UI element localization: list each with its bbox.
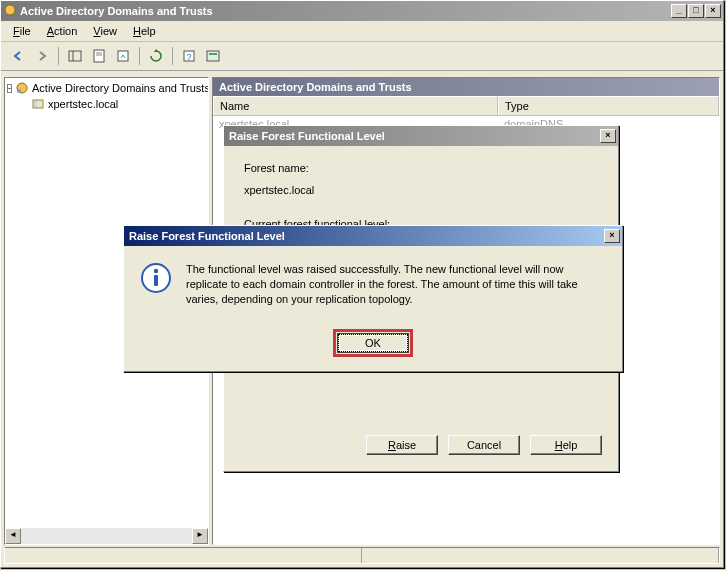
cancel-button[interactable]: Cancel (448, 435, 520, 455)
close-button[interactable]: × (705, 4, 721, 18)
app-icon (3, 3, 17, 19)
scroll-right-button[interactable]: ► (192, 528, 208, 544)
forward-button[interactable] (31, 45, 53, 67)
toolbar: ? (1, 42, 723, 71)
show-hide-tree-button[interactable] (64, 45, 86, 67)
refresh-button[interactable] (145, 45, 167, 67)
minimize-button[interactable]: _ (671, 4, 687, 18)
statusbar (4, 547, 720, 564)
svg-point-16 (154, 269, 158, 273)
menu-view[interactable]: View (85, 23, 125, 39)
separator (172, 47, 173, 65)
msgbox-titlebar: Raise Forest Functional Level × (124, 226, 622, 246)
col-name[interactable]: Name (213, 96, 498, 115)
info-icon (140, 262, 172, 294)
ok-button[interactable]: OK (338, 334, 408, 352)
status-cell (362, 548, 719, 563)
success-messagebox: Raise Forest Functional Level × The func… (123, 225, 623, 372)
back-button[interactable] (7, 45, 29, 67)
dialog1-close-button[interactable]: × (600, 129, 616, 143)
forest-name-label: Forest name: (244, 162, 598, 174)
separator (139, 47, 140, 65)
ok-highlight: OK (333, 329, 413, 357)
menu-file[interactable]: File (5, 23, 39, 39)
col-type[interactable]: Type (498, 96, 719, 115)
properties-button[interactable] (88, 45, 110, 67)
list-columns: Name Type (213, 96, 719, 116)
raise-button[interactable]: Raise (366, 435, 438, 455)
domains-icon (15, 81, 29, 95)
svg-text:?: ? (186, 52, 191, 62)
svg-rect-17 (154, 275, 158, 286)
help-button[interactable]: Help (530, 435, 602, 455)
svg-rect-3 (94, 50, 104, 62)
svg-rect-1 (69, 51, 81, 61)
svg-point-0 (5, 5, 15, 15)
horizontal-scrollbar[interactable]: ◄ ► (5, 528, 208, 544)
separator (58, 47, 59, 65)
msgbox-close-button[interactable]: × (604, 229, 620, 243)
list-header: Active Directory Domains and Trusts (213, 78, 719, 96)
tree-child[interactable]: xpertstec.local (7, 96, 206, 112)
msgbox-title: Raise Forest Functional Level (126, 230, 604, 242)
svg-rect-14 (34, 101, 37, 107)
scroll-left-button[interactable]: ◄ (5, 528, 21, 544)
forest-name-value: xpertstec.local (244, 184, 598, 196)
msgbox-text: The functional level was raised successf… (186, 262, 606, 307)
filter-button[interactable] (202, 45, 224, 67)
main-title: Active Directory Domains and Trusts (17, 5, 671, 17)
export-button[interactable] (112, 45, 134, 67)
tree-child-label: xpertstec.local (48, 98, 118, 110)
scroll-track[interactable] (21, 528, 192, 544)
menu-help[interactable]: Help (125, 23, 164, 39)
status-cell (5, 548, 362, 563)
svg-rect-9 (207, 51, 219, 61)
tree-root[interactable]: - Active Directory Domains and Trusts (7, 80, 206, 96)
dialog1-title: Raise Forest Functional Level (226, 130, 600, 142)
svg-point-12 (17, 89, 21, 93)
svg-rect-10 (209, 53, 217, 55)
msgbox-body: The functional level was raised successf… (124, 246, 622, 323)
collapse-icon[interactable]: - (7, 84, 12, 93)
tree-root-label: Active Directory Domains and Trusts (32, 82, 209, 94)
menu-action[interactable]: Action (39, 23, 86, 39)
menubar: File Action View Help (1, 21, 723, 42)
dialog1-buttons: Raise Cancel Help (224, 425, 618, 471)
main-titlebar: Active Directory Domains and Trusts _ □ … (1, 1, 723, 21)
domain-icon (31, 97, 45, 111)
svg-rect-6 (118, 51, 128, 61)
maximize-button[interactable]: □ (688, 4, 704, 18)
help-button[interactable]: ? (178, 45, 200, 67)
msgbox-button-row: OK (124, 323, 622, 371)
dialog1-titlebar: Raise Forest Functional Level × (224, 126, 618, 146)
